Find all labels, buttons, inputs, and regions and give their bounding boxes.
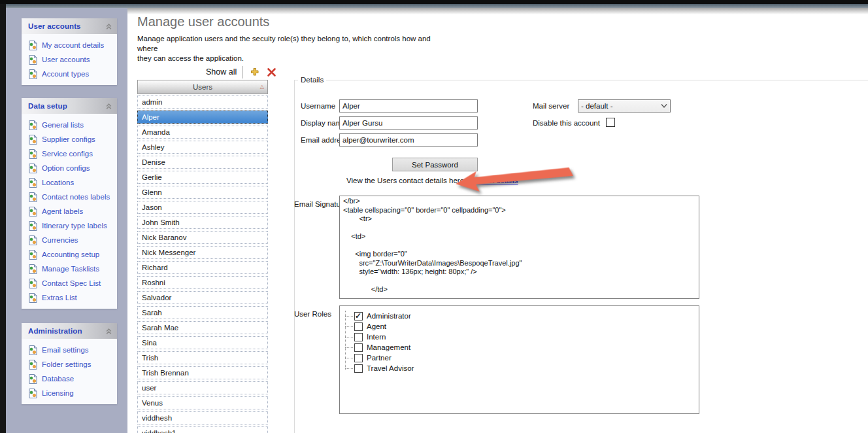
users-column-header[interactable]: Users △: [137, 80, 268, 94]
sidebar-header-administration[interactable]: Administration: [22, 323, 117, 339]
show-all-button[interactable]: Show all: [206, 67, 237, 77]
users-toolbar: Show all: [206, 65, 277, 79]
sidebar-item-contact-spec-list[interactable]: Contact Spec List: [22, 276, 117, 290]
mail-server-dropdown[interactable]: - default -: [578, 99, 671, 113]
sidebar-item-licensing[interactable]: Licensing: [22, 386, 117, 400]
sidebar-item-account-types[interactable]: Account types: [22, 67, 117, 81]
set-password-button[interactable]: Set Password: [392, 158, 478, 171]
disable-account-checkbox[interactable]: [606, 118, 615, 127]
sidebar-panel-administration: Administration Email settings Folder set…: [22, 323, 117, 404]
role-checkbox[interactable]: [354, 354, 363, 362]
user-row[interactable]: Jason: [137, 201, 268, 214]
document-icon: [29, 235, 37, 245]
sidebar-item-locations[interactable]: Locations: [22, 175, 117, 190]
user-row[interactable]: Roshni: [137, 276, 268, 289]
user-row[interactable]: Sarah: [137, 306, 268, 319]
user-row[interactable]: Venus: [137, 396, 268, 409]
sidebar-item-contact-notes-labels[interactable]: Contact notes labels: [22, 190, 117, 204]
delete-user-button[interactable]: [266, 67, 277, 78]
document-icon: [29, 360, 37, 370]
user-row[interactable]: Salvador: [137, 291, 268, 304]
sidebar-item-database[interactable]: Database: [22, 372, 117, 386]
document-icon: [29, 164, 37, 173]
contact-details-text: View the Users contact details here:: [346, 177, 468, 184]
sidebar-item-itinerary-type-labels[interactable]: Itinerary type labels: [22, 218, 117, 233]
user-row[interactable]: Glenn: [137, 186, 268, 199]
document-icon: [29, 279, 37, 288]
sidebar-header-data-setup[interactable]: Data setup: [22, 98, 117, 114]
username-field[interactable]: [339, 99, 478, 113]
sidebar-item-option-configs[interactable]: Option configs: [22, 161, 117, 175]
collapse-chevrons-icon[interactable]: [105, 103, 112, 110]
role-item-intern: Intern: [345, 332, 699, 342]
document-icon: [29, 345, 37, 355]
document-icon: [29, 207, 37, 217]
user-row[interactable]: John Smith: [137, 216, 268, 229]
sidebar-item-email-settings[interactable]: Email settings: [22, 343, 117, 357]
sidebar-item-manage-tasklists[interactable]: Manage Tasklists: [22, 262, 117, 276]
users-header-label: Users: [193, 83, 212, 91]
sidebar-header-user-accounts[interactable]: User accounts: [22, 18, 117, 34]
contact-details-line: View the Users contact details here: Con…: [346, 177, 518, 184]
document-icon: [29, 149, 37, 159]
users-list: Users △ admin Alper Amanda Ashley Denise…: [137, 80, 268, 433]
email-signature-field[interactable]: </br> <table cellspacing="0" border="0" …: [339, 196, 699, 299]
user-row[interactable]: Denise: [137, 156, 268, 169]
user-row[interactable]: Trish Brennan: [137, 366, 268, 379]
sidebar-item-agent-labels[interactable]: Agent labels: [22, 204, 117, 218]
sidebar-item-label: Manage Tasklists: [42, 265, 99, 273]
user-row[interactable]: Richard: [137, 261, 268, 274]
role-item-partner: Partner: [345, 353, 699, 363]
sidebar-item-label: Contact notes labels: [42, 193, 110, 201]
page-description: Manage application users and the secuity…: [137, 34, 451, 63]
user-row[interactable]: Gerlie: [137, 171, 268, 184]
user-row[interactable]: user: [137, 381, 268, 394]
mail-server-value: - default -: [581, 102, 661, 110]
sidebar-item-label: Database: [42, 375, 74, 383]
sidebar-item-my-account-details[interactable]: My account details: [22, 38, 117, 52]
collapse-chevrons-icon[interactable]: [105, 23, 112, 30]
role-checkbox[interactable]: [354, 322, 363, 331]
document-icon: [29, 69, 37, 79]
role-checkbox[interactable]: [354, 333, 363, 341]
sidebar-item-extras-list[interactable]: Extras List: [22, 290, 117, 305]
user-row[interactable]: viddhesh1: [137, 426, 268, 433]
email-address-field[interactable]: [339, 133, 478, 147]
sidebar-item-general-lists[interactable]: General lists: [22, 118, 117, 132]
user-row[interactable]: Nick Baranov: [137, 231, 268, 244]
user-row[interactable]: Amanda: [137, 126, 268, 139]
sidebar-item-label: My account details: [42, 41, 104, 49]
user-row[interactable]: Trish: [137, 351, 268, 364]
role-checkbox[interactable]: [354, 343, 363, 352]
contact-details-link[interactable]: Contact details: [468, 177, 518, 184]
role-checkbox[interactable]: [354, 364, 363, 373]
sidebar-item-supplier-configs[interactable]: Supplier configs: [22, 132, 117, 147]
sidebar-item-accounting-setup[interactable]: Accounting setup: [22, 247, 117, 262]
tree-stub: [345, 337, 353, 338]
sidebar-item-service-configs[interactable]: Service configs: [22, 147, 117, 161]
sidebar-item-user-accounts[interactable]: User accounts: [22, 52, 117, 67]
user-row[interactable]: Alper: [137, 111, 268, 124]
user-row[interactable]: Nick Messenger: [137, 246, 268, 259]
sidebar-section-title: Data setup: [28, 102, 105, 110]
sidebar-item-currencies[interactable]: Currencies: [22, 233, 117, 247]
display-name-field[interactable]: [339, 116, 478, 130]
sidebar-item-folder-settings[interactable]: Folder settings: [22, 357, 117, 372]
add-user-button[interactable]: [249, 67, 260, 78]
tree-stub: [345, 316, 353, 317]
sidebar: User accounts My account details User ac…: [6, 8, 127, 433]
user-row[interactable]: Sina: [137, 336, 268, 349]
user-row[interactable]: Ashley: [137, 141, 268, 154]
role-item-agent: Agent: [345, 321, 699, 332]
role-label: Travel Advisor: [367, 364, 414, 372]
sidebar-panel-data-setup: Data setup General lists Supplier config…: [22, 98, 117, 309]
collapse-chevrons-icon[interactable]: [105, 328, 112, 335]
user-row[interactable]: viddhesh: [137, 411, 268, 424]
sidebar-item-label: User accounts: [42, 56, 90, 63]
tree-stub: [345, 326, 353, 327]
sidebar-item-label: Contact Spec List: [42, 279, 101, 287]
user-row[interactable]: admin: [137, 95, 268, 109]
user-row[interactable]: Sarah Mae: [137, 321, 268, 334]
role-checkbox[interactable]: [354, 312, 363, 320]
role-label: Management: [367, 343, 410, 351]
